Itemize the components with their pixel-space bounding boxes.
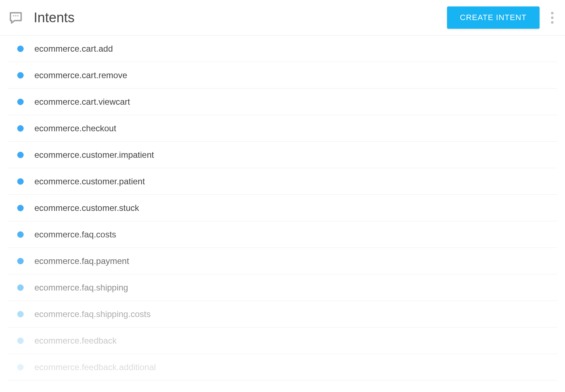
svg-point-2 [17, 15, 18, 16]
svg-point-1 [15, 15, 16, 16]
more-options-button[interactable] [548, 9, 556, 27]
status-dot-icon [17, 72, 24, 79]
intent-row[interactable]: ecommerce.faq.costs [8, 221, 557, 248]
intent-row[interactable]: ecommerce.faq.payment [8, 248, 557, 274]
intent-name: ecommerce.feedback [34, 336, 117, 346]
status-dot-icon [17, 46, 24, 52]
status-dot-icon [17, 231, 24, 238]
status-dot-icon [17, 178, 24, 185]
kebab-dot-icon [551, 16, 554, 19]
kebab-dot-icon [551, 12, 554, 14]
kebab-dot-icon [551, 21, 554, 24]
intents-icon [9, 10, 23, 25]
intents-list: ecommerce.cart.addecommerce.cart.removee… [0, 36, 565, 381]
intent-row[interactable]: ecommerce.customer.stuck [8, 195, 557, 221]
status-dot-icon [17, 205, 24, 211]
intent-row[interactable]: ecommerce.faq.shipping.costs [8, 301, 557, 327]
intent-name: ecommerce.cart.remove [34, 70, 127, 80]
status-dot-icon [17, 125, 24, 132]
status-dot-icon [17, 99, 24, 105]
intent-row[interactable]: ecommerce.faq.shipping [8, 274, 557, 301]
status-dot-icon [17, 337, 24, 344]
intent-row[interactable]: ecommerce.cart.add [8, 36, 557, 62]
create-intent-button[interactable]: CREATE INTENT [447, 6, 540, 29]
intent-name: ecommerce.feedback.additional [34, 362, 156, 372]
intent-row[interactable]: ecommerce.feedback.additional [8, 354, 557, 381]
intent-name: ecommerce.checkout [34, 123, 116, 133]
status-dot-icon [17, 284, 24, 291]
status-dot-icon [17, 258, 24, 264]
status-dot-icon [17, 311, 24, 317]
intent-row[interactable]: ecommerce.cart.viewcart [8, 89, 557, 115]
page-title: Intents [34, 10, 447, 25]
intent-row[interactable]: ecommerce.customer.patient [8, 168, 557, 195]
intent-name: ecommerce.faq.costs [34, 230, 116, 240]
intent-name: ecommerce.faq.shipping [34, 283, 128, 293]
intent-name: ecommerce.customer.stuck [34, 203, 139, 213]
intent-row[interactable]: ecommerce.checkout [8, 115, 557, 142]
status-dot-icon [17, 364, 24, 370]
intent-name: ecommerce.customer.impatient [34, 150, 154, 160]
intent-name: ecommerce.cart.viewcart [34, 97, 130, 107]
intent-name: ecommerce.customer.patient [34, 176, 145, 186]
intent-name: ecommerce.faq.shipping.costs [34, 309, 151, 319]
svg-point-0 [13, 15, 14, 16]
intent-row[interactable]: ecommerce.cart.remove [8, 62, 557, 89]
intent-row[interactable]: ecommerce.feedback [8, 327, 557, 354]
status-dot-icon [17, 152, 24, 158]
page-header: Intents CREATE INTENT [0, 0, 565, 36]
intent-name: ecommerce.faq.payment [34, 256, 129, 266]
intent-row[interactable]: ecommerce.customer.impatient [8, 142, 557, 168]
intent-name: ecommerce.cart.add [34, 44, 113, 54]
